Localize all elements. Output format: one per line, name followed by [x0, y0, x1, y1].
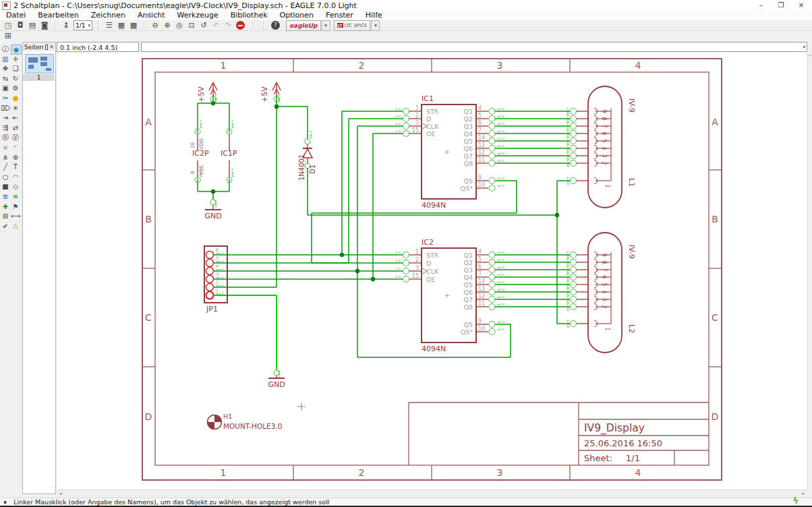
eagleup-dropdown[interactable]: ▾: [322, 20, 330, 31]
info-tool[interactable]: ⓘ: [1, 44, 10, 53]
group-tool[interactable]: ▣: [1, 84, 10, 92]
arc-tool[interactable]: ◠: [11, 173, 20, 181]
mark-tool[interactable]: ✛: [11, 55, 20, 63]
open-sheet-button[interactable]: ◳: [2, 21, 14, 30]
pages-scroll-arrow[interactable]: ˅: [53, 487, 55, 492]
mirror-tool[interactable]: ⇆: [1, 74, 10, 83]
frame-column-label: 4: [635, 467, 641, 478]
zoom-fit-button[interactable]: ◎: [173, 21, 185, 30]
rect-tool[interactable]: ■: [1, 182, 10, 191]
replace-tool[interactable]: ⇤: [11, 113, 20, 122]
save-button[interactable]: ◘: [14, 21, 26, 30]
errors-tool[interactable]: ⚠: [11, 222, 20, 231]
zoom-select-button[interactable]: ⊡: [185, 21, 198, 30]
bus-tool[interactable]: ≣: [1, 192, 10, 201]
scroll-left-icon[interactable]: ◂: [59, 490, 62, 498]
print-button[interactable]: ▤: [26, 21, 38, 30]
text-tool[interactable]: T: [11, 162, 20, 171]
ltspice-button[interactable]: LTLTC SPICE: [334, 20, 371, 31]
rotate-tool[interactable]: ↻: [11, 74, 20, 83]
wire-tool[interactable]: ╱: [1, 162, 10, 171]
split-tool[interactable]: ⋔: [1, 153, 10, 162]
page-thumbnail[interactable]: [25, 54, 54, 73]
run-indicator[interactable]: ⋮: [247, 21, 259, 30]
value-tool[interactable]: Ⓥ: [11, 133, 20, 142]
name-tool[interactable]: Ⓝ: [1, 133, 10, 142]
schematic-text: +: [444, 148, 450, 156]
undock-icon[interactable]: [45, 44, 49, 50]
swaplevel-tool[interactable]: ⇄: [11, 123, 20, 132]
menu-ansicht[interactable]: Ansicht: [132, 11, 171, 20]
pin-name: VDD: [198, 138, 204, 150]
command-input[interactable]: ▾: [141, 42, 807, 52]
gateswap-tool[interactable]: ⇶: [1, 123, 10, 132]
drop-marker-button[interactable]: ↨: [60, 21, 72, 30]
restore-button[interactable]: ❐: [772, 1, 790, 9]
menu-optionen[interactable]: Optionen: [274, 11, 320, 20]
grid-button[interactable]: ▦: [115, 21, 127, 30]
smash-tool[interactable]: ⌗: [1, 143, 10, 152]
add-part-tool[interactable]: ✳: [11, 104, 20, 113]
zoom-out-button[interactable]: ⊖: [149, 21, 161, 30]
sheet-selector[interactable]: 1/1▾: [74, 20, 92, 30]
pin-name: Q6: [463, 145, 473, 152]
miter-tool[interactable]: ◜: [11, 143, 20, 152]
menu-zeichnen[interactable]: Zeichnen: [85, 11, 132, 20]
menu-werkzeuge[interactable]: Werkzeuge: [171, 11, 225, 20]
pin-info-label: pas 0: [566, 177, 569, 185]
menu-datei[interactable]: Datei: [0, 11, 32, 20]
invoke-tool[interactable]: ⊕: [11, 153, 20, 162]
delete-tool[interactable]: ⌦: [1, 104, 10, 113]
frame-column-label: 2: [359, 60, 365, 71]
attribute-tool[interactable]: ⊞: [1, 212, 10, 220]
frame-column-label: 1: [221, 467, 227, 478]
component-h1-ref: H1: [223, 413, 232, 420]
label-tool[interactable]: ⚑: [11, 202, 20, 211]
erc-tool[interactable]: ✔: [1, 222, 10, 231]
change-tool[interactable]: ⚙: [11, 84, 20, 92]
menu-hilfe[interactable]: Hilfe: [359, 11, 388, 20]
chevron-down-icon[interactable]: ▾: [803, 44, 805, 50]
zoom-in-button[interactable]: ⊕: [161, 21, 173, 30]
circle-tool[interactable]: ○: [1, 173, 10, 181]
toolbar-separator: [144, 22, 149, 30]
undo-button[interactable]: ↶: [210, 21, 222, 30]
display-layers-tool[interactable]: ▥: [1, 55, 10, 63]
grid-alt-button[interactable]: ▩: [127, 21, 140, 30]
zoom-redraw-button[interactable]: ↺: [198, 21, 210, 30]
menu-fenster[interactable]: Fenster: [320, 11, 359, 20]
pinswap-tool[interactable]: ⇥: [1, 113, 10, 122]
cut-tool[interactable]: ✂: [1, 94, 10, 102]
status-bullet-icon: ♦: [3, 500, 7, 506]
pin-info-label: out 0: [497, 288, 504, 291]
move-tool[interactable]: ✥: [1, 64, 10, 73]
paste-tool[interactable]: ●: [11, 94, 20, 102]
dimension-tool[interactable]: ⟷: [11, 212, 20, 220]
polygon-tool[interactable]: ◇: [11, 182, 20, 191]
pin-info-label: pas 0: [566, 273, 569, 281]
menu-bibliothek[interactable]: Bibliothek: [225, 11, 274, 20]
eagleup-button[interactable]: eagleUp: [286, 20, 321, 31]
schematic-canvas[interactable]: 11223344AABBCCDDIV9_Display25.06.2016 16…: [57, 53, 807, 489]
copy-tool[interactable]: ❏: [11, 64, 20, 73]
export-image-button[interactable]: ◙: [38, 21, 51, 30]
pin-number: 10: [478, 182, 485, 188]
junction-tool[interactable]: ✚: [1, 202, 10, 211]
stop-button[interactable]: [236, 21, 245, 30]
close-button[interactable]: ×: [792, 1, 811, 9]
pin-info-label: out 0: [497, 122, 504, 125]
redo-button[interactable]: ↷: [222, 21, 234, 30]
net-tool[interactable]: ≡: [11, 192, 20, 201]
grid-settings-button[interactable]: ⊞: [2, 31, 14, 41]
page-number[interactable]: 1: [23, 74, 55, 81]
help-button[interactable]: ?: [271, 21, 280, 30]
menu-bearbeiten[interactable]: Bearbeiten: [32, 11, 84, 20]
show-tool[interactable]: ◉: [11, 44, 22, 55]
layer-settings-button[interactable]: ☰: [103, 21, 115, 30]
horizontal-scrollbar[interactable]: ◂ ▸: [57, 489, 807, 498]
ltspice-dropdown[interactable]: ▾: [371, 20, 380, 31]
minimize-button[interactable]: –: [751, 1, 770, 9]
scroll-right-icon[interactable]: ▸: [802, 490, 805, 498]
vertical-scrollbar[interactable]: ▴: [807, 53, 812, 489]
close-icon[interactable]: ×: [49, 44, 54, 50]
